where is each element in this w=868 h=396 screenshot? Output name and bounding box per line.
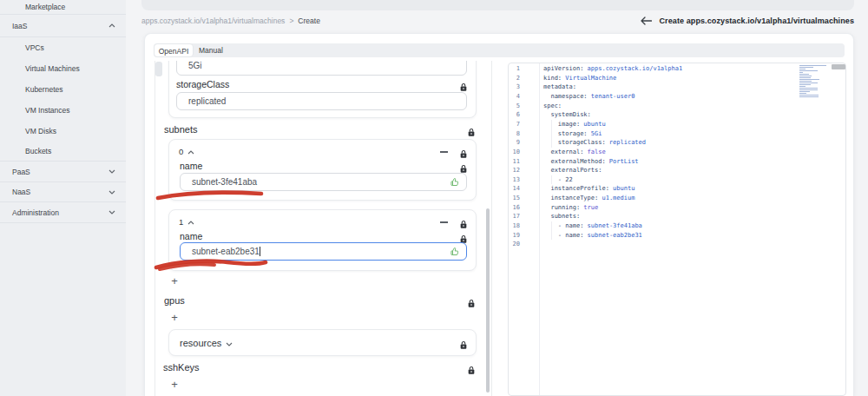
- sidebar-item-label: Buckets: [25, 147, 51, 155]
- resources-label: resources: [180, 338, 221, 348]
- sidebar-item-label: Virtual Machines: [25, 64, 80, 73]
- line-number: 14: [509, 184, 520, 194]
- chevron-down-icon: [108, 190, 115, 195]
- add-subnet-button[interactable]: +: [168, 274, 181, 288]
- chevron-up-icon: [108, 23, 115, 28]
- like-icon: [450, 177, 460, 188]
- sidebar-item-vm-instances[interactable]: VM Instances: [0, 100, 126, 121]
- line-number: 10: [509, 148, 520, 157]
- chevron-down-icon: [226, 338, 233, 348]
- subnet-name-input-1[interactable]: subnet-eab2be31: [180, 242, 467, 261]
- lock-icon[interactable]: [467, 296, 476, 306]
- line-number: 3: [509, 82, 520, 92]
- code-line: 13 - 22: [509, 175, 845, 185]
- breadcrumb-path[interactable]: apps.cozystack.io/v1alpha1/virtualmachin…: [141, 16, 285, 25]
- storage-class-input[interactable]: replicated: [176, 92, 467, 110]
- subnet-name-label-0: name: [180, 161, 202, 171]
- line-number: 6: [509, 110, 520, 120]
- remove-item-button[interactable]: [438, 147, 449, 157]
- code-line: 14 instanceProfile: ubuntu: [509, 184, 845, 194]
- code-line: 9 storageClass: replicated: [509, 138, 845, 148]
- code-line: 19 - name: subnet-eab2be31: [509, 231, 845, 241]
- remove-item-button[interactable]: [438, 217, 449, 228]
- chevron-up-icon: [187, 147, 194, 156]
- yaml-editor[interactable]: 1apiVersion: apps.cozystack.io/v1alpha12…: [508, 63, 846, 396]
- line-number: 4: [509, 92, 520, 102]
- chevron-up-icon: [187, 217, 194, 227]
- line-number: 15: [509, 194, 520, 203]
- line-number: 11: [509, 157, 520, 167]
- sidebar: MarketplaceIaaSVPCsVirtual MachinesKuber…: [0, 0, 126, 396]
- line-number: 13: [509, 175, 520, 185]
- sidebar-item-label: VPCs: [25, 43, 44, 52]
- subnet-item-1-header[interactable]: 1: [179, 216, 194, 228]
- storage-input[interactable]: 5Gi: [176, 61, 467, 76]
- gpus-section-label: gpus: [164, 295, 185, 306]
- lock-icon[interactable]: [459, 232, 468, 241]
- form-scroll-area[interactable]: 5Gi storageClass replicated subnets 0 na…: [155, 61, 492, 396]
- line-number: 7: [509, 120, 520, 129]
- lock-icon[interactable]: [459, 147, 468, 156]
- lock-icon[interactable]: [459, 217, 468, 227]
- line-number: 1: [509, 64, 520, 74]
- lock-icon[interactable]: [467, 363, 476, 373]
- back-arrow-icon[interactable]: [641, 16, 652, 25]
- line-number: 12: [509, 166, 520, 175]
- tab-manual[interactable]: Manual: [199, 43, 223, 57]
- code-line: 4 namespace: tenant-user0: [509, 92, 845, 102]
- line-number: 9: [509, 138, 520, 148]
- minimap[interactable]: [799, 65, 829, 102]
- page-header: Create apps.cozystack.io/v1alpha1/virtua…: [641, 10, 855, 31]
- sidebar-item-vm-disks[interactable]: VM Disks: [0, 121, 126, 142]
- subnet-name-input-0[interactable]: subnet-3fe41aba: [180, 173, 467, 191]
- add-gpu-button[interactable]: +: [168, 311, 181, 325]
- line-number: 16: [509, 203, 520, 213]
- line-number: 19: [509, 231, 520, 241]
- subnets-section-label: subnets: [164, 124, 198, 135]
- line-number: 20: [509, 240, 520, 249]
- lock-icon[interactable]: [459, 338, 468, 347]
- sidebar-item-virtual-machines[interactable]: Virtual Machines: [0, 58, 126, 79]
- sidebar-item-label: Administration: [12, 208, 59, 217]
- text-cursor: [260, 247, 260, 256]
- sidebar-item-label: Kubernetes: [25, 85, 62, 94]
- subnet-item-1-card: [168, 209, 477, 271]
- line-number: 17: [509, 212, 520, 221]
- ssh-keys-section-label: sshKeys: [163, 362, 200, 373]
- breadcrumb: apps.cozystack.io/v1alpha1/virtualmachin…: [141, 10, 320, 31]
- code-line: 8 storage: 5Gi: [509, 129, 845, 139]
- like-icon: [450, 247, 460, 257]
- sidebar-item-vpcs[interactable]: VPCs: [0, 37, 126, 58]
- sidebar-item-iaas[interactable]: IaaS: [0, 15, 126, 37]
- sidebar-item-paas[interactable]: PaaS: [0, 162, 126, 182]
- lock-icon[interactable]: [459, 162, 468, 171]
- line-number: 2: [509, 74, 520, 83]
- scroll-handle-remnant: [155, 62, 162, 76]
- line-number: 8: [509, 129, 520, 139]
- code-line: 7 image: ubuntu: [509, 120, 845, 129]
- chevron-down-icon: [108, 169, 115, 174]
- breadcrumb-separator: >: [289, 16, 293, 25]
- sidebar-item-label: VM Disks: [25, 127, 56, 135]
- line-number: 5: [509, 102, 520, 111]
- form-scrollbar[interactable]: [486, 208, 490, 393]
- add-ssh-key-button[interactable]: +: [168, 378, 181, 392]
- lock-icon[interactable]: [467, 125, 476, 135]
- sidebar-item-administration[interactable]: Administration: [0, 202, 126, 223]
- chevron-down-icon: [108, 210, 115, 214]
- code-line: 16 running: true: [509, 203, 845, 213]
- resources-toggle[interactable]: resources: [180, 337, 233, 348]
- sidebar-item-naas[interactable]: NaaS: [0, 182, 126, 202]
- code-line: 6 systemDisk:: [509, 110, 845, 120]
- tab-openapi[interactable]: OpenAPI: [154, 43, 194, 57]
- subnet-item-0-header[interactable]: 0: [179, 146, 194, 157]
- sidebar-item-buckets[interactable]: Buckets: [0, 142, 126, 162]
- code-line: 18 - name: subnet-3fe41aba: [509, 221, 845, 231]
- minimap-slider[interactable]: [832, 64, 845, 69]
- lock-icon[interactable]: [459, 80, 468, 89]
- code-line: 1apiVersion: apps.cozystack.io/v1alpha1: [509, 64, 845, 74]
- sidebar-item-marketplace[interactable]: Marketplace: [0, 0, 126, 15]
- subnet-name-label-1: name: [180, 231, 202, 241]
- storage-class-label: storageClass: [176, 79, 229, 89]
- sidebar-item-kubernetes[interactable]: Kubernetes: [0, 79, 126, 100]
